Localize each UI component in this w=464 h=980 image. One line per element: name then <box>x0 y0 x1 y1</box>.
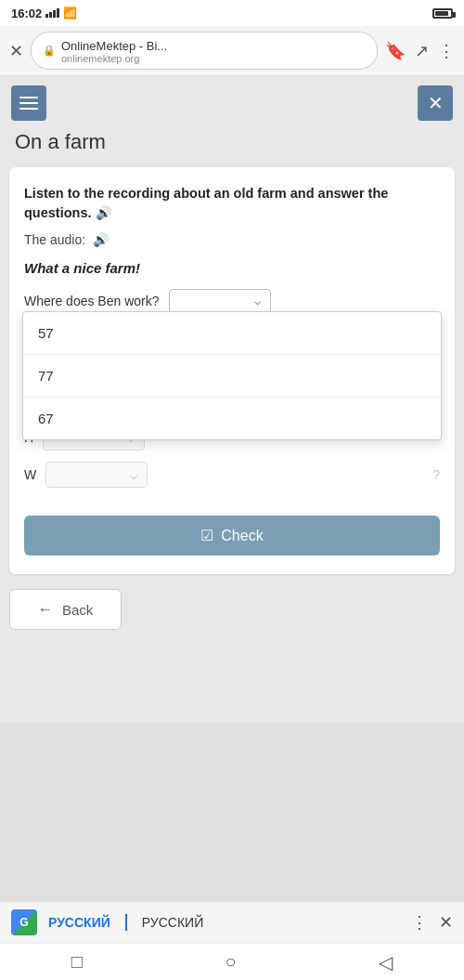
chevron-down-icon: ⌵ <box>254 294 261 307</box>
page-title: On a farm <box>0 126 464 167</box>
hamburger-button[interactable] <box>11 85 46 121</box>
check-icon: ☑ <box>200 527 213 544</box>
where-dropdown[interactable]: ⌵ <box>169 289 271 313</box>
translate-divider <box>125 914 127 931</box>
site-name: OnlineMektep - Bi... <box>61 39 167 53</box>
nav-back-button[interactable]: □ <box>71 951 83 973</box>
nav-home-button[interactable]: ○ <box>225 951 236 973</box>
dropdown-list: 57 77 67 <box>22 311 442 440</box>
hamburger-line <box>19 102 38 104</box>
translate-more-icon[interactable]: ⋮ <box>411 912 428 933</box>
browser-chrome: ✕ 🔒 OnlineMektep - Bi... onlinemektep.or… <box>0 26 464 76</box>
main-content: ✕ On a farm Listen to the recording abou… <box>0 76 464 723</box>
address-bar[interactable]: 🔒 OnlineMektep - Bi... onlinemektep.org <box>31 32 378 70</box>
dropdown-item-57[interactable]: 57 <box>23 312 441 355</box>
browser-actions: 🔖 ↗ ⋮ <box>385 41 455 61</box>
chevron-down-icon-3: ⌵ <box>130 467 137 482</box>
hamburger-line <box>19 97 38 98</box>
content-card: Listen to the recording about an old far… <box>9 167 455 574</box>
audio-play-icon[interactable]: 🔊 <box>93 232 109 247</box>
status-time: 16:02 <box>11 7 42 20</box>
instruction-text: Listen to the recording about an old far… <box>24 184 440 223</box>
top-bar: ✕ <box>0 76 464 126</box>
status-bar: 16:02 📶 <box>0 0 464 26</box>
menu-dots-icon[interactable]: ⋮ <box>438 41 455 61</box>
android-nav-bar: □ ○ ◁ <box>0 943 464 980</box>
hamburger-line <box>19 108 38 110</box>
nice-farm-text: What a nice farm! <box>24 260 440 276</box>
check-label: Check <box>221 528 263 544</box>
audio-icon-instruction[interactable]: 🔊 <box>96 203 111 222</box>
check-button[interactable]: ☑ Check <box>24 516 440 555</box>
third-question-label: W <box>24 467 36 482</box>
close-button[interactable]: ✕ <box>418 85 453 121</box>
where-question-label: Where does Ben work? <box>24 294 160 308</box>
battery-icon <box>432 8 453 19</box>
dropdown-item-77[interactable]: 77 <box>23 355 441 398</box>
browser-close-button[interactable]: ✕ <box>9 43 23 59</box>
third-question-row: W ⌵ ? <box>24 462 440 488</box>
back-button[interactable]: ← Back <box>9 589 122 630</box>
translate-close-icon[interactable]: ✕ <box>439 912 453 933</box>
lock-icon: 🔒 <box>43 45 56 57</box>
translate-lang-selected[interactable]: РУССКИЙ <box>48 915 110 930</box>
translate-logo: G <box>11 909 37 935</box>
audio-label: The audio: <box>24 232 85 247</box>
bookmark-icon[interactable]: 🔖 <box>385 41 406 61</box>
site-url: onlinemektep.org <box>61 53 167 64</box>
translate-bar: G РУССКИЙ РУССКИЙ ⋮ ✕ <box>0 901 464 943</box>
back-arrow-icon: ← <box>38 601 53 618</box>
wifi-icon: 📶 <box>63 7 77 20</box>
translate-lang-plain[interactable]: РУССКИЙ <box>142 915 203 930</box>
where-question-row: Where does Ben work? ⌵ <box>24 289 440 313</box>
back-label: Back <box>62 602 93 618</box>
nav-recent-button[interactable]: ◁ <box>379 951 393 973</box>
signal-icon <box>45 8 59 18</box>
dropdown-item-67[interactable]: 67 <box>23 398 441 439</box>
share-icon[interactable]: ↗ <box>415 41 429 61</box>
third-dropdown[interactable]: ⌵ <box>45 462 148 488</box>
audio-row: The audio: 🔊 <box>24 232 440 247</box>
